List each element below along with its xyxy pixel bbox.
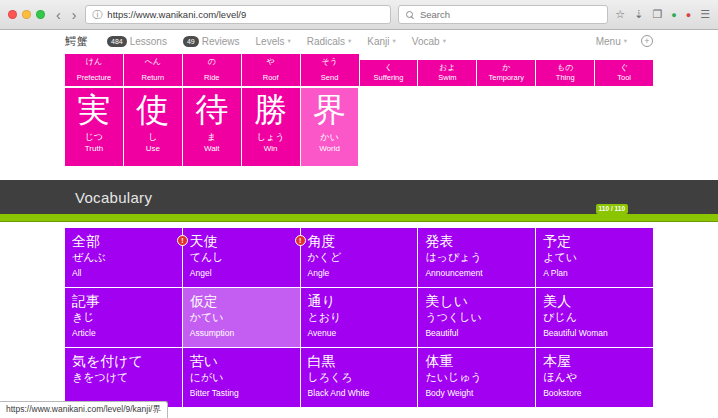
vocab-meaning: A Plan [543, 268, 646, 278]
kanji-meaning: Ride [183, 73, 241, 82]
vocab-reading: きをつけて [72, 370, 175, 384]
kanji-tile[interactable]: けん Prefecture [65, 54, 123, 86]
download-icon[interactable]: ⇣ [634, 8, 643, 21]
kanji-character: 使 [124, 88, 182, 132]
search-input[interactable] [420, 9, 600, 20]
nav-menu[interactable]: Menu ▾ [596, 36, 627, 47]
nav-radicals[interactable]: Radicals ▾ [307, 36, 352, 47]
extension-red-icon[interactable]: ● [686, 10, 691, 20]
kanji-tile[interactable]: およ Swim [418, 60, 476, 86]
kanji-tile[interactable]: 勝 しょう Win [242, 88, 300, 166]
hamburger-menu-icon[interactable]: ☰ [700, 8, 710, 21]
kanji-tile[interactable]: く Suffering [360, 60, 418, 86]
browser-toolbar: ‹ › ⓘ ☆ ⇣ ❐ ● ● ☰ [0, 0, 718, 30]
vocab-reading: かてい [190, 310, 293, 324]
vocab-reading: しろくろ [308, 370, 411, 384]
kanji-tile[interactable]: 待 ま Wait [183, 88, 241, 166]
nav-lessons[interactable]: 484 Lessons [107, 36, 167, 47]
vocab-tile[interactable]: 美しい うつくしい Beautiful [418, 288, 535, 347]
kanji-tile[interactable]: の Ride [183, 54, 241, 86]
vocab-tile[interactable]: 苦い にがい Bitter Tasting [183, 348, 300, 407]
vocab-tile[interactable]: 白黒 しろくろ Black And White [301, 348, 418, 407]
vocabulary-grid: 全部 ぜんぶ All ! 天使 てんし Angel ! 角度 かくど Angle… [65, 228, 653, 407]
vocab-tile[interactable]: 本屋 ほんや Bookstore [536, 348, 653, 407]
kanji-tile[interactable]: ぐ Tool [595, 60, 653, 86]
vocab-word: 本屋 [543, 353, 646, 370]
vocab-word: 美人 [543, 293, 646, 310]
vocab-reading: うつくしい [425, 310, 528, 324]
kanji-tile[interactable]: 使 し Use [124, 88, 182, 166]
vocab-tile[interactable]: ! 角度 かくど Angle [301, 228, 418, 287]
toolbar-icons: ☆ ⇣ ❐ ● ● ☰ [615, 8, 710, 21]
reviews-count-badge: 49 [183, 36, 199, 47]
vocab-tile[interactable]: 美人 びじん Beautiful Woman [536, 288, 653, 347]
chevron-down-icon: ▾ [443, 37, 446, 45]
wanikani-logo[interactable]: 鰐蟹 [65, 34, 89, 49]
vocab-reading: ぜんぶ [72, 250, 175, 264]
nav-vocab[interactable]: Vocab ▾ [412, 36, 446, 47]
vocab-word: 苦い [190, 353, 293, 370]
vocab-tile[interactable]: 気を付けて きをつけて [65, 348, 182, 407]
vocab-meaning: Bitter Tasting [190, 388, 293, 398]
kanji-tile[interactable]: か Temporary [477, 60, 535, 86]
kanji-tile[interactable]: 実 じつ Truth [65, 88, 123, 166]
vocab-word: 発表 [425, 233, 528, 250]
add-button[interactable]: + [641, 35, 653, 47]
progress-count-badge: 110 / 110 [596, 204, 628, 214]
vocab-word: 角度 [308, 233, 411, 250]
vocab-meaning: Article [72, 328, 175, 338]
minimize-window-button[interactable] [22, 10, 31, 19]
vocab-word: 通り [308, 293, 411, 310]
site-navbar: 鰐蟹 484 Lessons 49 Reviews Levels ▾ Radic… [0, 30, 718, 52]
kanji-tile[interactable]: もの Thing [536, 60, 594, 86]
kanji-tile-hovered[interactable]: 界 かい World [301, 88, 359, 166]
vocab-tile-highlighted[interactable]: 仮定 かてい Assumption [183, 288, 300, 347]
nav-kanji[interactable]: Kanji ▾ [367, 36, 396, 47]
close-window-button[interactable] [8, 10, 17, 19]
vocab-tile[interactable]: 体重 たいじゅう Body Weight [418, 348, 535, 407]
kanji-reading: そう [301, 57, 359, 66]
nav-levels[interactable]: Levels ▾ [256, 36, 291, 47]
vocab-tile[interactable]: 発表 はっぴょう Announcement [418, 228, 535, 287]
vocab-tile[interactable]: 通り とおり Avenue [301, 288, 418, 347]
status-url: https://www.wanikani.com/level/9/kanji/界 [6, 404, 161, 414]
zoom-window-button[interactable] [36, 10, 45, 19]
vocab-meaning: Angle [308, 268, 411, 278]
kanji-meaning: Suffering [360, 73, 418, 82]
vocab-reading: とおり [308, 310, 411, 324]
chevron-down-icon: ▾ [624, 37, 627, 45]
kanji-tile[interactable]: や Roof [242, 54, 300, 86]
vocab-tile[interactable]: 予定 よてい A Plan [536, 228, 653, 287]
sidebar-icon[interactable]: ❐ [652, 8, 662, 21]
address-bar[interactable]: ⓘ [85, 5, 391, 24]
forward-button[interactable]: › [70, 8, 79, 22]
kanji-character: 界 [301, 88, 359, 132]
progress-fill [0, 214, 718, 222]
search-bar[interactable] [398, 5, 608, 24]
bookmark-star-icon[interactable]: ☆ [615, 8, 625, 21]
nav-reviews[interactable]: 49 Reviews [183, 36, 240, 47]
kanji-reading: へん [124, 57, 182, 66]
kanji-tile[interactable]: そう Send [301, 54, 359, 86]
kanji-character: 待 [183, 88, 241, 132]
back-button[interactable]: ‹ [54, 8, 63, 22]
vocab-tile[interactable]: 記事 きじ Article [65, 288, 182, 347]
vocab-meaning: Angel [190, 268, 293, 278]
vocab-word: 美しい [425, 293, 528, 310]
kanji-reading: じつ [65, 132, 123, 143]
kanji-reading: や [242, 57, 300, 66]
extension-green-icon[interactable]: ● [671, 10, 676, 20]
kanji-meaning: Send [301, 73, 359, 82]
kanji-reading: しょう [242, 132, 300, 143]
kanji-meaning: Use [124, 144, 182, 154]
nav-vocab-label: Vocab [412, 36, 440, 47]
vocab-tile[interactable]: ! 天使 てんし Angel [183, 228, 300, 287]
kanji-tile[interactable]: へん Return [124, 54, 182, 86]
nav-reviews-label: Reviews [202, 36, 240, 47]
site-info-icon[interactable]: ⓘ [92, 8, 102, 22]
nav-lessons-label: Lessons [130, 36, 167, 47]
lessons-count-badge: 484 [107, 36, 127, 47]
url-input[interactable] [107, 9, 384, 20]
vocab-tile[interactable]: 全部 ぜんぶ All [65, 228, 182, 287]
kanji-meaning: Win [242, 144, 300, 154]
